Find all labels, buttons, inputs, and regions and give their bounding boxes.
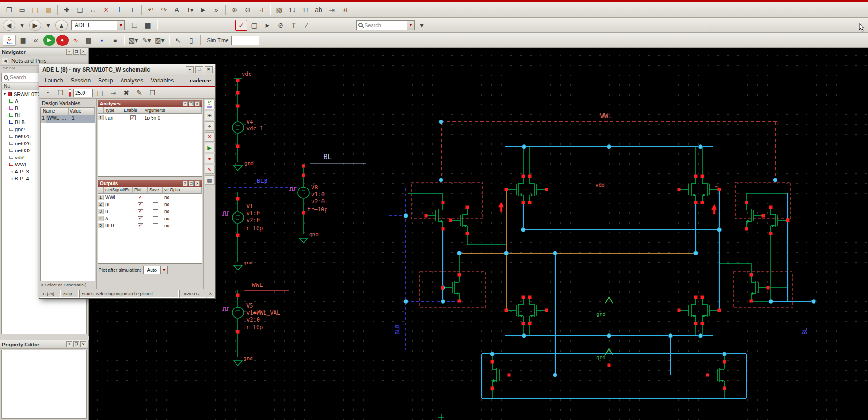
ade-minimize-icon[interactable]: – [186,66,194,73]
net-label[interactable]: BLB [394,324,401,335]
column-header[interactable]: Name [41,108,68,115]
pin-square[interactable] [522,296,525,299]
pin-square[interactable] [505,188,508,191]
pin-square[interactable] [466,206,469,209]
wire-name-icon[interactable]: A [171,4,183,15]
junction-dot[interactable] [522,145,526,149]
calculator-icon[interactable]: ▦ [205,175,215,185]
mosfet-symbol[interactable] [426,202,443,229]
probe-tool-icon[interactable]: ⊘ [274,20,287,31]
pin-square[interactable] [236,79,240,82]
pin-square[interactable] [608,364,611,367]
navigator-titlebar[interactable]: Navigator ?❐✕ [0,48,88,56]
pin-square[interactable] [522,322,525,325]
forward-menu-icon[interactable]: ▾ [42,20,54,31]
net-label[interactable]: v2:0 [246,217,260,224]
junction-dot[interactable] [812,300,816,304]
pin-square[interactable] [528,201,532,204]
analyses-close-icon[interactable]: ✕ [195,101,200,106]
sim-time-input[interactable] [231,36,259,45]
search-combo[interactable]: Search ▼ [356,20,415,30]
net-label[interactable]: v2:0 [311,198,325,205]
layout-combo-icon[interactable]: ▧▾ [127,35,139,46]
folder-icon[interactable]: ❐ [146,87,159,98]
pin-square[interactable] [769,206,773,209]
net-label[interactable]: tr=10p [243,324,263,330]
pin-square[interactable] [694,322,698,325]
column-header[interactable]: ve Optio [163,187,202,194]
spreadsheet-icon[interactable]: ▦ [17,35,29,46]
mosfet-symbol[interactable] [506,176,523,202]
stop-sim-icon[interactable]: ✖ [120,87,132,98]
pin-square[interactable] [545,309,548,312]
menu-variables[interactable]: Variables [147,76,177,85]
chevron-down-icon[interactable]: ▼ [160,266,167,274]
pin-square[interactable] [236,197,240,201]
delete-icon[interactable]: ✕ [100,4,112,15]
design-variable-row[interactable]: 1WWL_…1 [41,115,95,123]
net-label[interactable]: V5 [246,302,253,309]
session-clock-icon[interactable]: ◔ [41,87,53,98]
navigator-float-icon[interactable]: ❐ [73,49,79,55]
pin-flag[interactable] [711,204,717,214]
temperature-input[interactable] [73,89,93,97]
junction-dot[interactable] [404,214,408,218]
edit-icon[interactable]: ✎ [133,87,145,98]
outputs-close-icon[interactable]: ✕ [195,181,200,186]
junction-dot[interactable] [669,334,673,338]
net-label[interactable]: V4 [246,119,253,125]
forward-icon[interactable]: ▶ [29,20,41,31]
back-icon[interactable]: ◀ [3,20,15,31]
open-setup-icon[interactable]: ❒ [54,87,67,98]
save-checkbox[interactable] [153,223,158,228]
pin-square[interactable] [236,105,240,108]
pin-square[interactable] [694,175,698,178]
note-icon[interactable]: ▯ [185,35,198,46]
pattern-combo-icon[interactable]: ▨▾ [153,35,166,46]
target-icon[interactable]: ⌖ [205,121,215,131]
mosfet-symbol[interactable] [530,297,547,323]
selection-box[interactable] [411,182,483,219]
zoom-in-icon[interactable]: ⊕ [228,4,241,15]
pointer-icon[interactable]: ► [197,4,209,15]
pin-square[interactable] [236,234,240,237]
selection-box[interactable] [735,182,791,219]
net-label[interactable]: v1:0 [311,191,325,198]
save-icon[interactable]: ▤ [29,4,41,15]
stop-sim-icon[interactable]: ● [205,154,215,163]
print-icon[interactable]: ▥ [42,4,54,15]
parametric-icon[interactable]: ⊞ [205,111,215,120]
column-header[interactable]: me/Signal/Ex [104,187,133,194]
net-label[interactable]: vdc=1 [246,125,263,132]
mosfet-symbol[interactable] [702,297,719,323]
pin-square[interactable] [723,360,726,364]
mosfet-symbol[interactable] [679,176,696,202]
ade-close-icon[interactable]: ✕ [205,66,213,73]
pin-square[interactable] [701,201,704,204]
junction-dot[interactable] [607,145,611,149]
outputs-float-icon[interactable]: ❐ [189,181,194,186]
text-tool-icon[interactable]: T [288,20,300,31]
junction-dot[interactable] [769,300,773,304]
hierarchy-icon[interactable]: ▧ [273,4,285,15]
net-label[interactable]: tr=10p [243,225,263,232]
pin-square[interactable] [718,309,721,312]
navigator-close-icon[interactable]: ✕ [80,49,86,55]
pin-square[interactable] [750,273,753,277]
redo-icon[interactable]: ↷ [158,4,170,15]
pin-square[interactable] [236,145,240,148]
plot-after-select[interactable]: Auto ▼ [143,266,168,274]
open-icon[interactable]: ▭ [16,4,28,15]
info-icon[interactable]: i [113,4,125,15]
mosfet-symbol[interactable] [679,297,696,323]
analyses-help-icon[interactable]: ? [183,101,188,106]
pin-square[interactable] [442,201,445,204]
copy-icon[interactable]: ❏ [74,4,86,15]
net-label[interactable]: BL [323,153,332,161]
pointer2-icon[interactable]: ↖ [172,35,184,46]
mosfet-symbol[interactable] [506,297,523,323]
property-editor-help-icon[interactable]: ? [66,341,72,347]
run-icon[interactable]: ▶ [43,35,55,46]
output-row[interactable]: 2BL✓no [98,201,202,208]
net-label[interactable]: vdd [242,71,252,77]
